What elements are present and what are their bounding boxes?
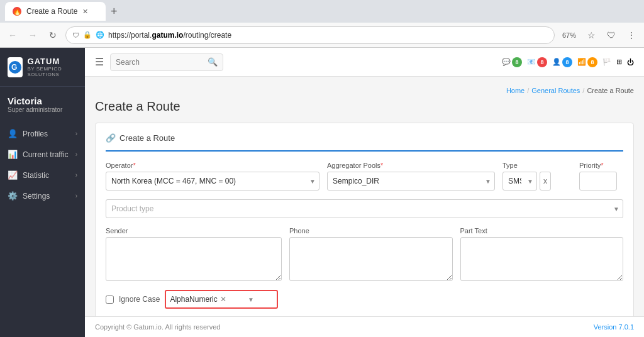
sidebar-label-traffic: Current traffic bbox=[23, 150, 68, 159]
form-row-product-type: Product type ▼ bbox=[106, 199, 623, 218]
user-count: 8 bbox=[562, 57, 572, 67]
statistic-icon: 📈 bbox=[8, 170, 18, 180]
sender-textarea[interactable] bbox=[106, 237, 282, 281]
ignore-case-label: Ignore Case bbox=[119, 295, 160, 304]
top-bar: ☰ 🔍 💬 8 📧 8 👤 8 bbox=[85, 48, 644, 77]
priority-group: Priority* 20 bbox=[579, 162, 623, 191]
sidebar-user: Victoria Super administrator bbox=[0, 87, 85, 118]
browser-toolbar: ← → ↻ 🛡 🔒 🌐 https://portal.gatum.io/rout… bbox=[0, 23, 644, 48]
user-icon: 👤 bbox=[552, 58, 561, 66]
priority-label: Priority* bbox=[579, 162, 623, 169]
phone-group: Phone bbox=[289, 227, 453, 281]
sidebar-item-statistic[interactable]: 📈 Statistic › bbox=[0, 165, 85, 185]
product-type-select[interactable]: Product type bbox=[106, 199, 623, 218]
ignore-case-dropdown-arrow: ▼ bbox=[248, 296, 273, 303]
sidebar-item-settings[interactable]: ⚙️ Settings › bbox=[0, 185, 85, 206]
chat-badge[interactable]: 💬 8 bbox=[502, 57, 522, 67]
type-select-row: SMS ▼ x bbox=[502, 172, 572, 191]
footer-version: Version 7.0.1 bbox=[594, 323, 634, 331]
type-group: Type SMS ▼ x bbox=[502, 162, 572, 191]
card-header: 🔗 Create a Route bbox=[106, 133, 623, 152]
priority-input[interactable]: 20 bbox=[579, 172, 617, 191]
form-row-sender: Sender Phone Part Text bbox=[106, 227, 623, 281]
phone-textarea[interactable] bbox=[289, 237, 453, 281]
signal-badge[interactable]: 📶 8 bbox=[577, 57, 597, 67]
breadcrumb-sep1: / bbox=[527, 87, 529, 94]
page-title: Create a Route bbox=[95, 99, 634, 114]
bookmark-button[interactable]: ☆ bbox=[584, 28, 599, 43]
ignore-case-checkbox[interactable] bbox=[106, 296, 114, 304]
aggregator-select[interactable]: Sempico_DIR bbox=[327, 172, 495, 191]
sidebar-nav: 👤 Profiles › 📊 Current traffic › 📈 Stati… bbox=[0, 118, 85, 337]
shield-button[interactable]: 🛡 bbox=[604, 28, 619, 43]
email-icon: 📧 bbox=[527, 58, 536, 66]
main-content: ☰ 🔍 💬 8 📧 8 👤 8 bbox=[85, 48, 644, 337]
breadcrumb-general-routes[interactable]: General Routes bbox=[531, 87, 580, 94]
grid-icon[interactable]: ⊞ bbox=[616, 58, 622, 66]
power-icon[interactable]: ⏻ bbox=[627, 58, 634, 66]
footer: Copyright © Gatum.io. All rights reserve… bbox=[85, 316, 644, 337]
settings-chevron: › bbox=[75, 192, 77, 199]
new-tab-button[interactable]: + bbox=[111, 5, 118, 18]
part-text-label: Part Text bbox=[460, 227, 624, 235]
breadcrumb: Home / General Routes / Create a Route bbox=[95, 87, 634, 94]
sender-label: Sender bbox=[106, 227, 282, 235]
operator-select-wrapper: North Korea (MCC = 467, MNC = 00) ▼ bbox=[106, 172, 319, 191]
search-input[interactable] bbox=[116, 58, 204, 67]
ignore-case-value: AlphaNumeric bbox=[170, 295, 217, 304]
browser-tab[interactable]: 🔥 Create a Route ✕ bbox=[5, 2, 106, 21]
logo-icon: G bbox=[8, 57, 23, 77]
form-row-1: Operator* North Korea (MCC = 467, MNC = … bbox=[106, 162, 623, 191]
security-icon: 🛡 bbox=[72, 31, 79, 39]
tab-close-button[interactable]: ✕ bbox=[82, 8, 88, 16]
operator-label: Operator* bbox=[106, 162, 319, 169]
sidebar-label-settings: Settings bbox=[23, 192, 50, 201]
tab-favicon: 🔥 bbox=[13, 7, 21, 16]
email-badge[interactable]: 📧 8 bbox=[527, 57, 547, 67]
zoom-level: 67% bbox=[562, 31, 576, 39]
lock-icon: 🔒 bbox=[83, 31, 92, 39]
search-box[interactable]: 🔍 bbox=[110, 53, 223, 71]
aggregator-label: Aggregator Pools* bbox=[327, 162, 495, 169]
ignore-case-select-wrapper[interactable]: AlphaNumeric ✕ ▼ bbox=[165, 290, 278, 309]
operator-select[interactable]: North Korea (MCC = 467, MNC = 00) bbox=[106, 172, 319, 191]
page-content: Home / General Routes / Create a Route C… bbox=[85, 77, 644, 316]
flag-icon[interactable]: 🏳️ bbox=[602, 58, 611, 66]
sidebar-item-traffic[interactable]: 📊 Current traffic › bbox=[0, 144, 85, 165]
aggregator-group: Aggregator Pools* Sempico_DIR ▼ bbox=[327, 162, 495, 191]
site-info-icon: 🌐 bbox=[96, 31, 104, 39]
create-route-card: 🔗 Create a Route Operator* North Korea (… bbox=[95, 123, 634, 316]
statistic-chevron: › bbox=[75, 172, 77, 179]
phone-label: Phone bbox=[289, 227, 453, 235]
profiles-icon: 👤 bbox=[8, 129, 18, 138]
back-button[interactable]: ← bbox=[5, 28, 20, 43]
chat-icon: 💬 bbox=[502, 58, 511, 66]
user-badge[interactable]: 👤 8 bbox=[552, 57, 572, 67]
breadcrumb-home[interactable]: Home bbox=[506, 87, 525, 94]
traffic-chevron: › bbox=[75, 151, 77, 158]
type-label: Type bbox=[502, 162, 572, 169]
ignore-case-clear-button[interactable]: ✕ bbox=[220, 295, 245, 304]
sidebar: G GATUM BY SEMPICO SOLUTIONS Victoria Su… bbox=[0, 48, 85, 337]
profiles-chevron: › bbox=[75, 130, 77, 137]
type-clear-button[interactable]: x bbox=[540, 172, 551, 191]
menu-button[interactable]: ⋮ bbox=[624, 28, 639, 43]
sidebar-logo: G GATUM BY SEMPICO SOLUTIONS bbox=[0, 48, 85, 87]
part-text-textarea[interactable] bbox=[460, 237, 624, 281]
reload-button[interactable]: ↻ bbox=[45, 28, 60, 43]
ignore-case-row: Ignore Case AlphaNumeric ✕ ▼ bbox=[106, 290, 623, 309]
operator-group: Operator* North Korea (MCC = 467, MNC = … bbox=[106, 162, 319, 191]
signal-icon: 📶 bbox=[577, 58, 586, 66]
forward-button[interactable]: → bbox=[25, 28, 40, 43]
sidebar-item-profiles[interactable]: 👤 Profiles › bbox=[0, 123, 85, 144]
hamburger-menu[interactable]: ☰ bbox=[95, 56, 104, 68]
address-bar[interactable]: 🛡 🔒 🌐 https://portal.gatum.io/routing/cr… bbox=[65, 26, 555, 44]
aggregator-select-wrapper: Sempico_DIR ▼ bbox=[327, 172, 495, 191]
traffic-icon: 📊 bbox=[8, 150, 18, 159]
type-select[interactable]: SMS bbox=[502, 172, 537, 191]
sender-group: Sender bbox=[106, 227, 282, 281]
chat-count: 8 bbox=[512, 57, 522, 67]
type-select-wrapper: SMS ▼ bbox=[502, 172, 537, 191]
footer-copyright: Copyright © Gatum.io. All rights reserve… bbox=[95, 323, 220, 331]
sidebar-label-statistic: Statistic bbox=[23, 171, 49, 180]
